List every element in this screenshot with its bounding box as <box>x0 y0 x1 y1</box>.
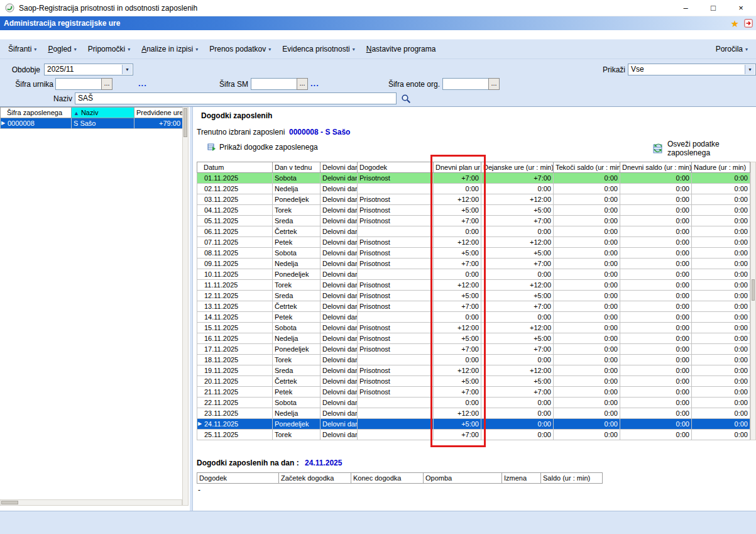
events-cell-dogodek[interactable]: Prisotnost <box>358 323 434 333</box>
events-cell-teko-i-saldo-ur-min[interactable]: 0:00 <box>554 205 620 216</box>
menu-item-analize-in-izpisi[interactable]: Analize in izpisi▾ <box>136 42 204 56</box>
menu-item-prenos-podatkov[interactable]: Prenos podatkov▾ <box>204 42 277 56</box>
employee-col-predvidene-ure[interactable]: Predvidene ure <box>134 108 183 118</box>
events-cell-delovni-dan[interactable]: Delovni dan <box>320 355 358 365</box>
events-cell-dogodek[interactable]: Prisotnost <box>358 387 434 398</box>
combo-arrow-icon[interactable]: ▼ <box>745 65 755 74</box>
prikazi-select[interactable]: Vse ▼ <box>628 64 756 75</box>
events-cell-dnevni-saldo-ur-min[interactable]: 0:00 <box>620 301 692 312</box>
events-cell-nadure-ur-min[interactable]: 0:00 <box>692 280 750 291</box>
events-cell-nadure-ur-min[interactable]: 0:00 <box>692 259 750 269</box>
events-col-dejanske-ure-ur-min[interactable]: Dejanske ure (ur : min) <box>481 162 554 173</box>
events-cell-nadure-ur-min[interactable]: 0:00 <box>692 419 750 430</box>
combo-arrow-icon[interactable]: ▼ <box>122 65 132 74</box>
events-cell-datum[interactable]: 22.11.2025 <box>197 398 273 408</box>
search-icon[interactable] <box>401 94 411 104</box>
events-cell-nadure-ur-min[interactable]: 0:00 <box>692 355 750 365</box>
events-cell-dnevni-plan-ur[interactable]: +7:00 <box>434 216 481 226</box>
events-cell-teko-i-saldo-ur-min[interactable]: 0:00 <box>554 291 620 301</box>
obdobje-select[interactable]: 2025/11 ▼ <box>44 64 133 75</box>
events-cell-dejanske-ure-ur-min[interactable]: 0:00 <box>481 408 554 419</box>
events-cell-dan-v-tednu[interactable]: Sobota <box>273 398 320 408</box>
events-cell-dnevni-saldo-ur-min[interactable]: 0:00 <box>620 419 692 430</box>
events-cell-nadure-ur-min[interactable]: 0:00 <box>692 323 750 333</box>
sifra-urnika-input[interactable] <box>55 78 102 90</box>
events-cell-delovni-dan[interactable]: Delovni dan <box>320 408 358 419</box>
close-button[interactable]: × <box>727 1 755 16</box>
events-cell-dan-v-tednu[interactable]: Ponedeljek <box>273 419 320 430</box>
events-cell-nadure-ur-min[interactable]: 0:00 <box>692 387 750 398</box>
employee-col-ifra-zaposlenega[interactable]: Šifra zaposlenega <box>1 108 72 118</box>
events-cell-delovni-dan[interactable]: Delovni dan <box>320 398 358 408</box>
events-cell-teko-i-saldo-ur-min[interactable]: 0:00 <box>554 344 620 355</box>
events-cell-delovni-dan[interactable]: Delovni dan <box>320 291 358 301</box>
show-events-button[interactable]: Prikaži dogodke zaposlenega <box>207 143 318 152</box>
events-cell-dan-v-tednu[interactable]: Sobota <box>273 173 320 184</box>
events-cell-dejanske-ure-ur-min[interactable]: +5:00 <box>481 333 554 344</box>
menu-item-porocila[interactable]: Poročila▾ <box>710 42 753 56</box>
events-cell-datum[interactable]: 01.11.2025 <box>197 173 273 184</box>
events-cell-dnevni-plan-ur[interactable]: +5:00 <box>434 333 481 344</box>
events-cell-delovni-dan[interactable]: Delovni dan <box>320 173 358 184</box>
events-cell-dejanske-ure-ur-min[interactable]: +5:00 <box>481 291 554 301</box>
events-cell-nadure-ur-min[interactable]: 0:00 <box>692 312 750 323</box>
events-cell-dejanske-ure-ur-min[interactable]: +5:00 <box>481 376 554 387</box>
events-cell-teko-i-saldo-ur-min[interactable]: 0:00 <box>554 312 620 323</box>
events-cell-dejanske-ure-ur-min[interactable]: +5:00 <box>481 205 554 216</box>
events-cell-nadure-ur-min[interactable]: 0:00 <box>692 430 750 440</box>
events-cell-delovni-dan[interactable]: Delovni dan <box>320 237 358 248</box>
menu-item-nastavitve-programa[interactable]: Nastavitve programa <box>361 42 442 56</box>
employee-cell-predvidene-ure[interactable]: +79:00 <box>134 118 183 129</box>
events-cell-datum[interactable]: 07.11.2025 <box>197 237 273 248</box>
events-cell-dejanske-ure-ur-min[interactable]: +12:00 <box>481 323 554 333</box>
events-cell-dogodek[interactable] <box>358 269 434 280</box>
events-cell-dnevni-saldo-ur-min[interactable]: 0:00 <box>620 430 692 440</box>
events-cell-datum[interactable]: 12.11.2025 <box>197 291 273 301</box>
events-cell-teko-i-saldo-ur-min[interactable]: 0:00 <box>554 301 620 312</box>
events-cell-nadure-ur-min[interactable]: 0:00 <box>692 184 750 194</box>
events-cell-dogodek[interactable]: Prisotnost <box>358 333 434 344</box>
events-cell-dan-v-tednu[interactable]: Četrtek <box>273 301 320 312</box>
events-cell-dogodek[interactable] <box>358 430 434 440</box>
sifra-urnika-ellipsis-button[interactable]: ... <box>101 78 112 90</box>
events-cell-dnevni-plan-ur[interactable]: +7:00 <box>434 301 481 312</box>
events-cell-datum[interactable]: 19.11.2025 <box>197 365 273 376</box>
events-cell-dejanske-ure-ur-min[interactable]: 0:00 <box>481 430 554 440</box>
events-cell-teko-i-saldo-ur-min[interactable]: 0:00 <box>554 194 620 205</box>
events-cell-dejanske-ure-ur-min[interactable]: +12:00 <box>481 194 554 205</box>
events-cell-dnevni-saldo-ur-min[interactable]: 0:00 <box>620 280 692 291</box>
events-cell-datum[interactable]: 21.11.2025 <box>197 387 273 398</box>
events-cell-dan-v-tednu[interactable]: Četrtek <box>273 376 320 387</box>
events-cell-dejanske-ure-ur-min[interactable]: +7:00 <box>481 259 554 269</box>
events-cell-datum[interactable]: 23.11.2025 <box>197 408 273 419</box>
events-cell-dnevni-saldo-ur-min[interactable]: 0:00 <box>620 205 692 216</box>
events-cell-dan-v-tednu[interactable]: Sreda <box>273 365 320 376</box>
events-cell-dejanske-ure-ur-min[interactable]: +12:00 <box>481 280 554 291</box>
events-cell-dnevni-saldo-ur-min[interactable]: 0:00 <box>620 387 692 398</box>
events-cell-dejanske-ure-ur-min[interactable]: +12:00 <box>481 365 554 376</box>
events-cell-dnevni-plan-ur[interactable]: 0:00 <box>434 355 481 365</box>
events-cell-teko-i-saldo-ur-min[interactable]: 0:00 <box>554 333 620 344</box>
events-cell-dogodek[interactable]: Prisotnost <box>358 237 434 248</box>
events-cell-delovni-dan[interactable]: Delovni dan <box>320 365 358 376</box>
employee-vertical-scrollbar[interactable] <box>182 107 189 506</box>
events-cell-datum[interactable]: 13.11.2025 <box>197 301 273 312</box>
events-cell-dnevni-saldo-ur-min[interactable]: 0:00 <box>620 259 692 269</box>
events-cell-datum[interactable]: 08.11.2025 <box>197 248 273 259</box>
events-cell-dogodek[interactable]: Prisotnost <box>358 301 434 312</box>
events-cell-dnevni-plan-ur[interactable]: 0:00 <box>434 398 481 408</box>
events-cell-teko-i-saldo-ur-min[interactable]: 0:00 <box>554 355 620 365</box>
events-cell-dnevni-saldo-ur-min[interactable]: 0:00 <box>620 173 692 184</box>
events-cell-dogodek[interactable] <box>358 408 434 419</box>
events-cell-delovni-dan[interactable]: Delovni dan <box>320 216 358 226</box>
events-cell-teko-i-saldo-ur-min[interactable]: 0:00 <box>554 419 620 430</box>
events-cell-dnevni-saldo-ur-min[interactable]: 0:00 <box>620 376 692 387</box>
events-cell-dan-v-tednu[interactable]: Ponedeljek <box>273 344 320 355</box>
events-cell-teko-i-saldo-ur-min[interactable]: 0:00 <box>554 280 620 291</box>
events-cell-dogodek[interactable]: Prisotnost <box>358 344 434 355</box>
events-cell-datum[interactable]: 14.11.2025 <box>197 312 273 323</box>
events-cell-dan-v-tednu[interactable]: Ponedeljek <box>273 194 320 205</box>
events-cell-dnevni-saldo-ur-min[interactable]: 0:00 <box>620 237 692 248</box>
sifra-sm-input[interactable] <box>251 78 297 90</box>
events-cell-dnevni-plan-ur[interactable]: +5:00 <box>434 376 481 387</box>
